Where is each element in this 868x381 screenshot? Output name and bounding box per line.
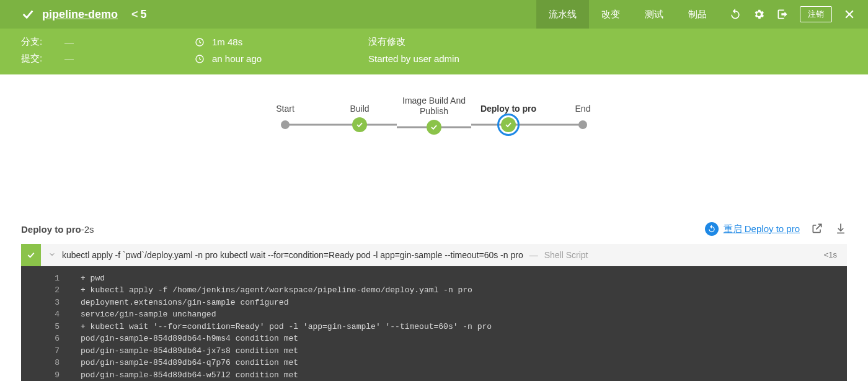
clock-icon [195,54,205,64]
download-icon[interactable] [835,222,847,236]
top-bar: pipeline-demo < 5 流水线改变测试制品 注销 [0,0,868,29]
logout-button[interactable]: 注销 [800,6,832,22]
exit-icon[interactable] [776,8,789,20]
status-check-icon [21,7,35,21]
stage-name: Image Build And Publish [397,96,471,119]
step-duration: <1s [824,250,847,259]
branch-label: 分支: [21,36,46,48]
success-node-icon [501,117,516,132]
run-info-bar: 分支: — 1m 48s 没有修改 提交: — an hour ago Star… [0,29,868,74]
step-stage-duration: 2s [84,224,94,235]
tab-bar: 流水线改变测试制品 [536,0,719,29]
console-line: 4service/gin-sample unchanged [21,308,847,321]
gear-icon[interactable] [753,8,765,20]
branch-value: — [64,37,74,47]
tab-changes[interactable]: 改变 [589,0,632,29]
duration-icon [195,37,205,47]
rerun-icon[interactable] [729,8,742,20]
console-line: 5+ kubectl wait '--for=condition=Ready' … [21,321,847,333]
success-node-icon [352,117,367,132]
console-line: 9pod/gin-sample-854d89db64-w57l2 conditi… [21,369,847,381]
restart-label: 重启 Deploy to pro [724,223,800,235]
stage-node[interactable]: Start [248,96,322,133]
console-line: 6pod/gin-sample-854d89db64-h9ms4 conditi… [21,333,847,345]
console-line: 1+ pwd [21,272,847,285]
stage-name: End [575,96,591,117]
tab-artifacts[interactable]: 制品 [676,0,719,29]
tab-tests[interactable]: 测试 [632,0,676,29]
console-line: 2+ kubectl apply -f /home/jenkins/agent/… [21,284,847,297]
commit-label: 提交: [21,53,46,65]
started-by-value: Started by user admin [368,53,459,64]
success-node-icon [427,120,441,135]
console-line: 7pod/gin-sample-854d89db64-jx7s8 conditi… [21,345,847,357]
stage-node[interactable]: Image Build And Publish [397,96,471,135]
step-command: kubectl apply -f `pwd`/deploy.yaml -n pr… [62,250,523,260]
step-type-sep: — [529,250,538,260]
tab-pipeline[interactable]: 流水线 [536,0,589,29]
console-output: 1+ pwd2+ kubectl apply -f /home/jenkins/… [21,266,847,381]
stage-name: Build [350,96,369,117]
console-line: 8pod/gin-sample-854d89db64-q7p76 conditi… [21,357,847,369]
refresh-icon [705,222,719,236]
console-line: 3deployment.extensions/gin-sample config… [21,297,847,309]
step-row: kubectl apply -f `pwd`/deploy.yaml -n pr… [21,244,847,266]
commit-value: — [64,53,74,64]
stage-graph: StartBuildImage Build And PublishDeploy … [248,96,620,135]
step-type: Shell Script [544,250,588,260]
terminal-node-icon [281,120,290,129]
close-icon[interactable] [843,8,856,20]
step-header[interactable]: kubectl apply -f `pwd`/deploy.yaml -n pr… [41,250,824,260]
step-stage-name: Deploy to pro [21,224,81,235]
pipeline-name-link[interactable]: pipeline-demo [42,8,118,21]
run-number: 5 [141,8,147,21]
open-external-icon[interactable] [811,222,823,236]
duration-value: 1m 48s [212,37,242,47]
step-status-icon [21,244,41,266]
changes-value: 没有修改 [368,36,405,48]
terminal-node-icon [578,120,587,129]
stage-node[interactable]: Deploy to pro [471,96,546,133]
prev-run-button[interactable]: < [131,8,138,21]
stage-name: Start [276,96,294,117]
restart-stage-button[interactable]: 重启 Deploy to pro [705,222,800,236]
stage-node[interactable]: Build [322,96,397,133]
when-value: an hour ago [212,53,262,64]
chevron-down-icon [48,250,56,260]
stage-node[interactable]: End [546,96,620,133]
